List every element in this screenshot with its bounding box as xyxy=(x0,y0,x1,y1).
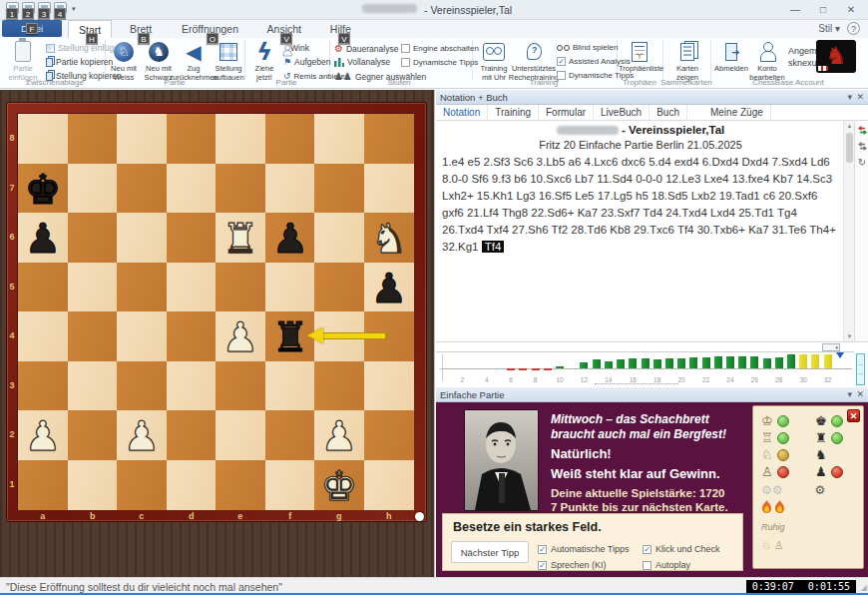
square-c7[interactable] xyxy=(117,164,167,214)
square-g3[interactable] xyxy=(314,361,364,411)
white-pawn-c2[interactable]: ♟ xyxy=(117,410,167,460)
square-d5[interactable] xyxy=(167,263,217,312)
evaluation-chart[interactable]: 2468101214161820222426283032 xyxy=(436,351,854,387)
square-f2[interactable] xyxy=(265,410,315,460)
tip-checkbox-klick-und-check[interactable]: ✓Klick und Check xyxy=(643,541,742,557)
panel-close-icon[interactable]: ✕ xyxy=(856,389,864,399)
minimize-button[interactable]: — xyxy=(784,1,806,18)
square-h7[interactable] xyxy=(364,164,414,214)
square-d8[interactable] xyxy=(167,114,217,164)
square-e3[interactable] xyxy=(216,361,265,411)
eval-bar-move-12[interactable] xyxy=(580,362,588,368)
square-a1[interactable] xyxy=(18,460,68,510)
notation-tab-meine-züge[interactable]: Meine Züge xyxy=(703,105,771,120)
eval-bar-move-14[interactable] xyxy=(605,361,613,368)
square-g5[interactable] xyxy=(314,263,364,312)
square-b2[interactable] xyxy=(68,410,118,460)
current-move[interactable]: Tf4 xyxy=(482,241,505,253)
resign-button[interactable]: ⚑ Aufgeben xyxy=(283,57,330,67)
square-g6[interactable] xyxy=(314,213,364,263)
trophy-list-button[interactable]: Trophäenliste xyxy=(619,39,660,74)
move-now-button[interactable]: ϟ Ziehe jetzt! xyxy=(247,39,281,82)
notation-tab-livebuch[interactable]: LiveBuch xyxy=(594,105,650,120)
square-d3[interactable] xyxy=(167,361,217,411)
white-pawn-g2[interactable]: ♟ xyxy=(314,410,364,460)
scroll-thumb[interactable] xyxy=(846,133,853,163)
square-b8[interactable] xyxy=(68,114,118,164)
notation-panel-header[interactable]: Notation + Buch ▾ ✕ xyxy=(436,90,868,105)
easy-game-panel-header[interactable]: Einfache Partie ▾ ✕ xyxy=(436,387,868,402)
tip-checkbox-sprechen-ki-[interactable]: ✓Sprechen (KI) xyxy=(538,557,643,573)
edit-account-button[interactable]: Konto bearbeiten xyxy=(748,39,786,82)
panel-close-icon[interactable]: ✕ xyxy=(856,92,864,102)
rotate-icon[interactable]: ↻ xyxy=(856,157,868,169)
chart-scrollbar[interactable] xyxy=(856,353,865,385)
white-king-g1[interactable]: ♚ xyxy=(314,460,364,510)
eval-bar-move-25[interactable] xyxy=(738,356,746,368)
eval-bar-move-6[interactable] xyxy=(507,368,515,370)
square-a3[interactable] xyxy=(18,361,68,411)
tip-checkbox-autoplay[interactable]: Autoplay xyxy=(643,557,742,573)
square-f3[interactable] xyxy=(265,361,315,411)
square-d6[interactable] xyxy=(167,213,217,263)
panel-collapse-icon[interactable]: ▾ xyxy=(847,389,852,399)
black-pawn-h5[interactable]: ♟ xyxy=(364,263,414,312)
square-h8[interactable] xyxy=(364,114,414,164)
square-h1[interactable] xyxy=(364,460,414,510)
eval-bar-move-19[interactable] xyxy=(665,358,673,368)
close-button[interactable]: ✕ xyxy=(840,1,862,18)
paste-game-button[interactable]: Partie einfügen xyxy=(2,39,44,82)
card-close-icon[interactable]: ✕ xyxy=(847,409,860,422)
white-pawn-a2[interactable]: ♟ xyxy=(18,410,68,460)
maximize-button[interactable]: □ xyxy=(812,1,834,18)
square-b7[interactable] xyxy=(68,164,118,214)
eval-bar-move-8[interactable] xyxy=(532,368,540,370)
eval-bar-move-23[interactable] xyxy=(714,356,722,368)
eval-bar-move-21[interactable] xyxy=(689,357,697,368)
square-e1[interactable] xyxy=(216,460,265,510)
square-e8[interactable] xyxy=(216,114,265,164)
engine-off-checkbox[interactable]: Engine abschalten xyxy=(401,44,479,53)
eval-bar-move-9[interactable] xyxy=(544,368,552,370)
eval-bar-move-18[interactable] xyxy=(653,359,661,368)
eval-bar-move-7[interactable] xyxy=(519,368,527,370)
black-pawn-f6[interactable]: ♟ xyxy=(265,213,315,263)
eval-bar-move-24[interactable] xyxy=(726,356,734,368)
notation-tab-training[interactable]: Training xyxy=(488,105,539,120)
square-e7[interactable] xyxy=(216,164,265,214)
eval-bar-move-17[interactable] xyxy=(642,358,650,368)
white-rook-e6[interactable]: ♜ xyxy=(216,213,265,263)
square-c3[interactable] xyxy=(117,361,167,411)
square-e2[interactable] xyxy=(216,410,265,460)
square-a8[interactable] xyxy=(18,114,68,164)
eval-bar-move-15[interactable] xyxy=(617,359,625,368)
next-tip-button[interactable]: Nächster Tipp xyxy=(451,541,529,563)
square-f5[interactable] xyxy=(265,263,315,312)
square-f1[interactable] xyxy=(265,460,315,510)
notation-tab-notation[interactable]: Notation xyxy=(436,105,488,120)
threat-arrows-icon[interactable] xyxy=(856,125,868,137)
logout-button[interactable]: Abmelden xyxy=(714,39,748,74)
setup-position-button[interactable]: Stellung aufbauen xyxy=(212,39,245,82)
square-g7[interactable] xyxy=(314,164,364,214)
eval-bar-move-26[interactable] xyxy=(750,356,758,368)
square-e5[interactable] xyxy=(216,263,265,312)
move-list[interactable]: 1.e4 e5 2.Sf3 Sc6 3.Lb5 a6 4.Lxc6 dxc6 5… xyxy=(442,154,839,256)
swap-arrows-icon[interactable] xyxy=(856,141,868,153)
square-b5[interactable] xyxy=(68,263,118,312)
square-b6[interactable] xyxy=(68,213,118,263)
new-game-white-button[interactable]: ♘ Neu mit Weiss xyxy=(107,39,141,82)
square-a5[interactable] xyxy=(18,263,68,312)
blindfold-button[interactable]: Blind spielen xyxy=(557,43,618,52)
black-pawn-a6[interactable]: ♟ xyxy=(18,213,68,263)
square-c1[interactable] xyxy=(117,460,167,510)
notation-tab-formular[interactable]: Formular xyxy=(539,105,594,120)
square-d1[interactable] xyxy=(167,460,217,510)
square-d7[interactable] xyxy=(167,164,217,214)
help-icon[interactable]: ? xyxy=(847,22,860,35)
dropdown-button[interactable]: ▾ xyxy=(822,343,840,351)
takeback-move-button[interactable]: ◀ Zug zurücknehmen xyxy=(177,39,211,82)
square-h2[interactable] xyxy=(364,410,414,460)
eval-bar-move-30[interactable] xyxy=(799,354,807,368)
square-b1[interactable] xyxy=(68,460,118,510)
